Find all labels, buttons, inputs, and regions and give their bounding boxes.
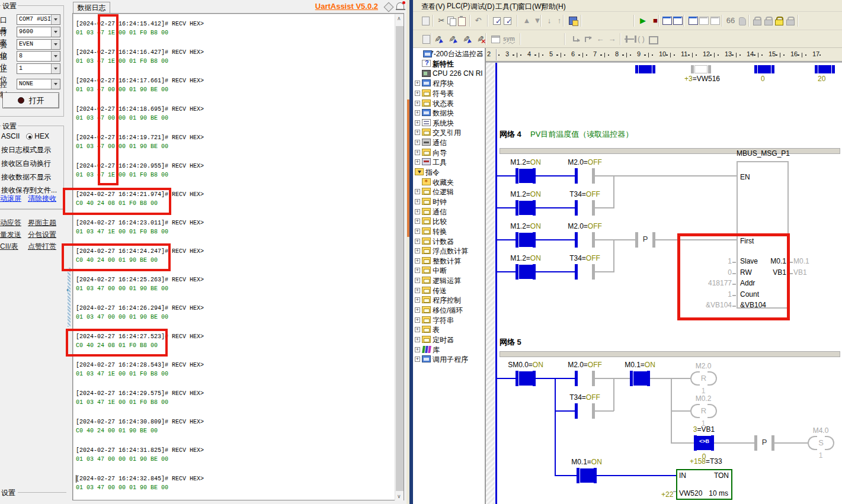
ladder-coil[interactable]: RM0.21: [690, 404, 717, 418]
tree-item[interactable]: 通信: [413, 207, 486, 217]
chevron-down-icon[interactable]: [51, 52, 60, 61]
expand-icon[interactable]: [415, 317, 420, 323]
network4-comment[interactable]: PV目前温度值（读取温控器）: [530, 129, 633, 140]
toolbar-icon[interactable]: ←: [595, 33, 606, 45]
toolbar-icon[interactable]: ↶: [473, 15, 484, 27]
network4-title[interactable]: 网络 4: [500, 129, 521, 140]
expand-icon[interactable]: [415, 327, 420, 332]
expand-icon[interactable]: [415, 130, 420, 135]
expand-icon[interactable]: [415, 258, 420, 264]
recv-option[interactable]: 按日志模式显示: [1, 145, 51, 155]
ladder-contact[interactable]: P: [635, 232, 655, 248]
log-scrollbar[interactable]: ∧ ∨: [395, 14, 404, 500]
expand-icon[interactable]: [415, 347, 420, 352]
ladder-contact[interactable]: M1.2=ON: [516, 264, 536, 280]
toolbar-icon[interactable]: ▶: [638, 15, 648, 27]
recv-option[interactable]: 接收数据不显示: [1, 172, 51, 182]
menu-item[interactable]: 调试(D): [470, 2, 495, 12]
collapse-arrow-icon[interactable]: ‹: [66, 286, 69, 293]
open-port-button[interactable]: 打开: [2, 92, 59, 108]
toolbar-icon[interactable]: sym: [503, 33, 514, 45]
toolbar-icon[interactable]: [420, 15, 430, 27]
toolbar-icon[interactable]: [492, 15, 502, 27]
expand-icon[interactable]: [415, 199, 420, 204]
toolbar-icon[interactable]: [476, 33, 487, 45]
ladder-contact[interactable]: M2.0=OFF: [575, 232, 595, 248]
toolbar-icon[interactable]: [456, 15, 467, 27]
tree-item[interactable]: 逻辑运算: [413, 275, 486, 285]
toolbar-icon[interactable]: ■: [650, 15, 661, 27]
tree-item[interactable]: 工具: [413, 157, 486, 167]
tree-item[interactable]: 指令: [413, 167, 486, 177]
tree-item[interactable]: 比较: [413, 216, 486, 226]
expand-icon[interactable]: [415, 120, 420, 126]
toolbar-icon[interactable]: [710, 15, 721, 27]
toolbar-icon[interactable]: ↑: [554, 15, 565, 27]
ton-timer-block[interactable]: IN TON VW520 10 ms: [676, 469, 732, 500]
toolbar-icon[interactable]: [446, 15, 457, 27]
expand-icon[interactable]: [415, 110, 420, 115]
tree-item[interactable]: 中断: [413, 265, 486, 275]
tree-root[interactable]: S7-200台达温控器: [414, 49, 484, 59]
radio-hex[interactable]: HEX: [26, 132, 49, 140]
tree-item[interactable]: 数据块: [413, 108, 486, 118]
ladder-canvas[interactable]: +3=VW516020M1.2=ONM2.0=OFFM1.2=ONT34=OFF…: [486, 62, 842, 504]
tree-item[interactable]: 符号表: [413, 88, 486, 98]
tree-item[interactable]: 新特性: [413, 59, 486, 69]
toolbar-icon[interactable]: ( ): [636, 33, 646, 45]
tree-item[interactable]: 程序块: [413, 78, 486, 88]
link-auto-reply[interactable]: 动应答: [0, 218, 21, 228]
tree-item[interactable]: 计数器: [413, 236, 486, 246]
field-combo[interactable]: 9600: [17, 27, 60, 37]
expand-icon[interactable]: [415, 209, 420, 214]
link-packet-settings[interactable]: 分包设置: [28, 230, 56, 240]
tree-item[interactable]: 收藏夹: [413, 177, 486, 187]
expand-icon[interactable]: [415, 219, 420, 224]
expand-icon[interactable]: [415, 81, 420, 86]
toolbar-icon[interactable]: [752, 15, 763, 27]
recv-option[interactable]: 接收区自动换行: [1, 159, 51, 169]
toolbar-icon[interactable]: [448, 33, 459, 45]
ladder-contact[interactable]: <>B3=VB10: [694, 435, 714, 451]
tree-item[interactable]: 定时器: [413, 335, 486, 345]
expand-icon[interactable]: [415, 307, 420, 313]
uartassist-version-link[interactable]: UartAssist V5.0.2: [249, 2, 378, 11]
menu-item[interactable]: 帮助(H): [542, 2, 566, 12]
field-combo[interactable]: 1: [17, 63, 60, 74]
expand-icon[interactable]: [415, 268, 420, 273]
link-batch-send[interactable]: 量发送: [0, 230, 21, 240]
expand-icon[interactable]: [415, 229, 420, 234]
tree-item[interactable]: 状态表: [413, 98, 486, 108]
menu-item[interactable]: 工具(T): [495, 2, 518, 12]
ladder-contact[interactable]: P: [754, 435, 774, 451]
chevron-down-icon[interactable]: [51, 27, 60, 37]
toolbar-icon[interactable]: [763, 15, 774, 27]
tree-item[interactable]: 程序控制: [413, 295, 486, 305]
toolbar-icon[interactable]: [737, 15, 748, 27]
expand-icon[interactable]: [415, 248, 420, 253]
link-ui-theme[interactable]: 界面主题: [28, 218, 56, 228]
toolbar-icon[interactable]: ▼: [532, 15, 543, 27]
expand-icon[interactable]: [415, 159, 420, 165]
field-combo[interactable]: NONE: [17, 79, 60, 89]
tab-data-log[interactable]: 数据日志: [73, 2, 110, 14]
toolbar-icon[interactable]: [502, 15, 513, 27]
network5-title[interactable]: 网络 5: [500, 337, 521, 348]
ladder-contact[interactable]: M1.2=ON: [516, 232, 536, 248]
tree-item[interactable]: 向导: [413, 147, 486, 158]
tree-item[interactable]: 移位/循环: [413, 305, 486, 315]
expand-icon[interactable]: [415, 150, 420, 155]
radio-ascii[interactable]: ASCII: [1, 132, 20, 140]
diamond-icon[interactable]: [384, 2, 394, 12]
toolbar-icon[interactable]: [774, 15, 785, 27]
bell-icon[interactable]: [396, 2, 404, 9]
menu-item[interactable]: 窗口(W): [518, 2, 543, 12]
ladder-coil[interactable]: SM4.01: [808, 436, 834, 450]
chevron-down-icon[interactable]: [51, 40, 60, 49]
ladder-contact[interactable]: T34=OFF: [575, 264, 595, 280]
toolbar-icon[interactable]: 66: [725, 15, 736, 27]
toolbar-icon[interactable]: [673, 15, 683, 27]
ladder-contact[interactable]: T34=OFF: [575, 403, 595, 419]
toolbar-icon[interactable]: →: [607, 33, 617, 45]
expand-icon[interactable]: [415, 239, 420, 244]
